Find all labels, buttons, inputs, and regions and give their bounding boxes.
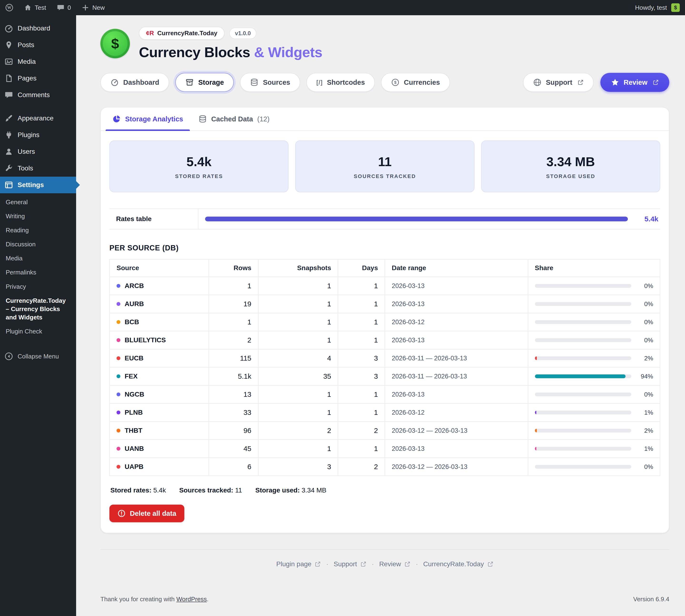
share-bar-track: [535, 320, 631, 324]
nav-pill-currencies[interactable]: $Currencies: [381, 73, 450, 92]
wordpress-link[interactable]: WordPress: [176, 596, 207, 603]
footer-link-review[interactable]: Review: [379, 560, 411, 568]
submenu-item-privacy[interactable]: Privacy: [0, 280, 76, 294]
title-main: Currency Blocks: [139, 44, 250, 60]
column-header-rows: Rows: [209, 259, 258, 277]
comments-menu[interactable]: 0: [51, 0, 76, 15]
delete-all-data-button[interactable]: Delete all data: [109, 505, 184, 522]
card-tab-storage-analytics[interactable]: Storage Analytics: [105, 108, 191, 130]
stat-label: SOURCES TRACKED: [300, 173, 469, 179]
share-bar-track: [535, 411, 631, 414]
sidebar-item-media[interactable]: Media: [0, 53, 76, 70]
submenu-item-discussion[interactable]: Discussion: [0, 237, 76, 251]
plugin-footer-links: Plugin page·Support·Review·CurrencyRate.…: [100, 549, 669, 568]
tab-label: Storage Analytics: [125, 115, 183, 123]
rows-value: 33: [209, 403, 258, 421]
sidebar-item-posts[interactable]: Posts: [0, 37, 76, 53]
share-bar-fill: [535, 356, 537, 360]
external-icon: [404, 561, 411, 567]
tab-count: (12): [257, 115, 270, 123]
source-dot: [117, 411, 120, 414]
snapshots-value: 1: [258, 386, 338, 403]
source-name: AURB: [124, 300, 144, 308]
snapshots-value: 1: [258, 295, 338, 313]
footer-link-plugin-page[interactable]: Plugin page: [276, 560, 321, 568]
sidebar-item-label: Dashboard: [18, 24, 50, 32]
collapse-icon: [4, 352, 13, 361]
submenu-item-media[interactable]: Media: [0, 251, 76, 265]
usage-bar-fill: [205, 217, 628, 221]
site-name-menu[interactable]: Test: [19, 0, 51, 15]
per-source-heading: PER SOURCE (DB): [109, 244, 660, 252]
usage-bar-track: [205, 217, 628, 221]
plugin-nav-actions: Support Review: [523, 73, 669, 92]
submenu-item-general[interactable]: General: [0, 195, 76, 209]
plus-icon: [81, 4, 89, 12]
page-title: Currency Blocks & Widgets: [139, 44, 322, 61]
submenu-item-permalinks[interactable]: Permalinks: [0, 265, 76, 280]
stat-value: 3.34 MB: [486, 154, 655, 169]
snapshots-value: 1: [258, 440, 338, 458]
sidebar-item-tools[interactable]: Tools: [0, 160, 76, 177]
sidebar-item-pages[interactable]: Pages: [0, 70, 76, 87]
nav-pill-dashboard[interactable]: Dashboard: [100, 73, 169, 92]
share-percent: 0%: [637, 282, 653, 290]
nav-pill-sources[interactable]: Sources: [240, 73, 300, 92]
days-value: 1: [338, 440, 385, 458]
new-content-menu[interactable]: New: [76, 0, 110, 15]
share-bar-track: [535, 356, 631, 360]
stat-label: STORED RATES: [115, 173, 283, 179]
nav-pill-storage[interactable]: Storage: [175, 73, 234, 92]
days-value: 1: [338, 386, 385, 403]
submenu-item-currencyrate-today-currency-blocks-and-widgets[interactable]: CurrencyRate.Today – Currency Blocks and…: [0, 294, 76, 325]
sidebar-item-plugins[interactable]: Plugins: [0, 127, 76, 143]
stat-value: 11: [300, 154, 469, 169]
posts-icon: [4, 41, 13, 49]
footer-link-currencyrate-today[interactable]: CurrencyRate.Today: [423, 560, 493, 568]
my-account-menu[interactable]: Howdy, test$: [630, 0, 685, 15]
admin-bar-right: Howdy, test$: [630, 0, 685, 15]
sidebar-item-label: Media: [18, 58, 36, 65]
card-tab-cached-data[interactable]: Cached Data(12): [191, 108, 277, 130]
storage-icon: [185, 78, 194, 87]
days-value: 1: [338, 331, 385, 349]
dashboard-icon: [4, 24, 13, 33]
sidebar-item-dashboard[interactable]: Dashboard: [0, 20, 76, 37]
sidebar-item-users[interactable]: Users: [0, 143, 76, 160]
share-bar-fill: [535, 374, 625, 378]
support-label: Support: [546, 79, 572, 86]
tools-icon: [4, 164, 13, 173]
days-value: 1: [338, 295, 385, 313]
footer-link-support[interactable]: Support: [334, 560, 367, 568]
menu-separator: [0, 103, 76, 110]
date-range-value: 2026-03-12: [385, 403, 528, 421]
sidebar-item-comments[interactable]: Comments: [0, 87, 76, 103]
review-button[interactable]: Review: [600, 73, 669, 92]
wordpress-logo[interactable]: W: [0, 0, 19, 15]
submenu-item-plugin-check[interactable]: Plugin Check: [0, 325, 76, 338]
sidebar-item-settings[interactable]: Settings: [0, 177, 76, 193]
stat-value: 5.4k: [115, 154, 283, 169]
storage-card-tabs: Storage AnalyticsCached Data(12): [101, 108, 669, 131]
date-range-value: 2026-03-13: [385, 440, 528, 458]
rows-value: 96: [209, 421, 258, 440]
share-percent: 1%: [637, 445, 653, 453]
source-row-thbt: THBT96222026-03-12 — 2026-03-132%: [110, 421, 660, 440]
support-button[interactable]: Support: [523, 73, 594, 92]
admin-layout: DashboardPostsMediaPagesCommentsAppearan…: [0, 15, 685, 616]
snapshots-value: 1: [258, 331, 338, 349]
column-header-share: Share: [528, 259, 660, 277]
snapshots-value: 1: [258, 403, 338, 421]
svg-text:$: $: [394, 80, 396, 85]
gauge-icon: [110, 78, 119, 87]
source-name: BLUELYTICS: [124, 336, 166, 344]
source-dot: [117, 356, 120, 360]
nav-pill-shortcodes[interactable]: [/]Shortcodes: [306, 73, 375, 92]
submenu-item-writing[interactable]: Writing: [0, 209, 76, 223]
summary-item: Storage used: 3.34 MB: [255, 486, 326, 494]
nav-pill-label: Dashboard: [123, 79, 159, 86]
submenu-item-reading[interactable]: Reading: [0, 223, 76, 237]
date-range-value: 2026-03-13: [385, 386, 528, 403]
collapse-menu-button[interactable]: Collapse Menu: [0, 348, 76, 365]
sidebar-item-appearance[interactable]: Appearance: [0, 110, 76, 127]
